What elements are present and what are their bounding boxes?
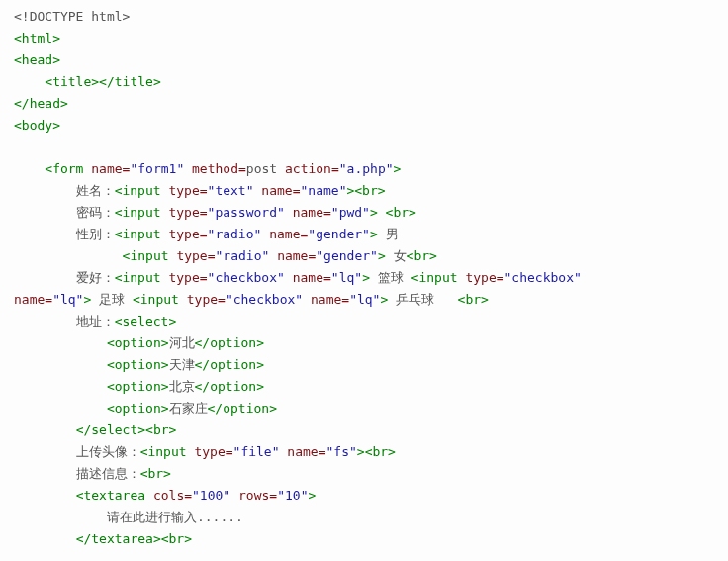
body-open: <body>: [14, 118, 60, 133]
br-tag: <br>: [354, 183, 385, 198]
tag-close: >: [357, 444, 365, 459]
tag-close: >: [362, 270, 370, 285]
attr-val: "file": [233, 444, 280, 459]
attr-val: "gender": [316, 248, 378, 263]
attr-type: type=: [176, 248, 215, 263]
option-open: <option>: [107, 357, 169, 372]
text-male: 男: [378, 227, 399, 241]
option-open: <option>: [107, 401, 169, 416]
br-tag: <br>: [365, 444, 396, 459]
input-tag: <input: [115, 227, 161, 241]
input-tag: <input: [115, 205, 161, 220]
attr-val: "form1": [130, 161, 184, 176]
attr-val: "pwd": [331, 205, 370, 220]
attr-name: name=: [293, 205, 331, 220]
br-tag: <br>: [145, 422, 176, 437]
attr-val: "lq": [331, 270, 362, 285]
attr-method: method=: [192, 161, 246, 176]
option-tianjin: 天津: [169, 357, 195, 372]
label-avatar: 上传头像：: [76, 444, 140, 459]
attr-name: name=: [311, 292, 349, 307]
attr-name: name=: [14, 292, 52, 307]
label-name: 姓名：: [76, 183, 115, 198]
head-close: </head>: [14, 96, 68, 111]
attr-val: "a.php": [339, 161, 394, 176]
attr-name: name=: [277, 248, 316, 263]
textarea-open: <textarea: [76, 488, 145, 503]
tag-close: >: [370, 205, 378, 220]
tag-close: >: [370, 227, 378, 241]
attr-cols: cols=: [153, 488, 192, 503]
attr-type: type=: [194, 444, 232, 459]
attr-type: type=: [168, 227, 207, 241]
option-close: </option>: [208, 401, 277, 416]
attr-val: "gender": [308, 227, 370, 241]
input-tag: <input: [115, 270, 161, 285]
attr-type: type=: [465, 270, 503, 285]
text-female: 女: [386, 248, 407, 263]
label-address: 地址：: [76, 314, 115, 328]
attr-val: "fs": [326, 444, 357, 459]
attr-name: name=: [293, 270, 331, 285]
attr-name: name=: [287, 444, 325, 459]
attr-name: name=: [91, 161, 130, 176]
input-tag: <input: [133, 292, 179, 307]
text-pingpong: 乒乓球: [388, 292, 457, 307]
html-open: <html>: [14, 31, 60, 46]
attr-type: type=: [168, 270, 207, 285]
attr-action: action=: [285, 161, 339, 176]
attr-val: "text": [208, 183, 254, 198]
attr-val-bare: post: [246, 161, 277, 176]
input-tag: <input: [140, 444, 187, 459]
br-tag: <br>: [161, 531, 192, 546]
textarea-placeholder: 请在此进行输入......: [107, 510, 243, 524]
input-tag: <input: [411, 270, 458, 285]
label-password: 密码：: [76, 205, 115, 220]
input-tag: <input: [123, 248, 169, 263]
attr-val: "radio": [208, 227, 262, 241]
form-open-close: >: [394, 161, 402, 176]
tag-close: >: [378, 248, 386, 263]
option-close: </option>: [195, 379, 264, 394]
br-tag: <br>: [407, 248, 437, 263]
doctype-line: <!DOCTYPE html>: [14, 9, 130, 24]
title-open: <title>: [45, 74, 99, 89]
option-shijiazhuang: 石家庄: [169, 401, 208, 416]
title-close: </title>: [99, 74, 161, 89]
attr-name: name=: [261, 183, 300, 198]
attr-val: "password": [208, 205, 285, 220]
attr-name: name=: [269, 227, 308, 241]
label-desc: 描述信息：: [76, 466, 140, 481]
attr-val: "10": [277, 488, 308, 503]
form-open-tag: <form: [45, 161, 83, 176]
attr-rows: rows=: [238, 488, 277, 503]
attr-val: "checkbox": [226, 292, 303, 307]
option-open: <option>: [107, 379, 169, 394]
textarea-close: </textarea>: [76, 531, 161, 546]
text-basketball: 篮球: [370, 270, 411, 285]
label-gender: 性别：: [76, 227, 115, 241]
attr-val: "name": [301, 183, 347, 198]
br-tag: <br>: [140, 466, 171, 481]
option-close: </option>: [195, 357, 264, 372]
attr-type: type=: [168, 183, 207, 198]
br-tag: <br>: [458, 292, 489, 307]
attr-val: "checkbox": [208, 270, 285, 285]
input-tag: <input: [115, 183, 161, 198]
option-open: <option>: [107, 335, 169, 350]
option-beijing: 北京: [169, 379, 195, 394]
option-close: </option>: [195, 335, 264, 350]
attr-type: type=: [187, 292, 226, 307]
attr-val: "lq": [52, 292, 83, 307]
attr-type: type=: [168, 205, 207, 220]
attr-val: "radio": [216, 248, 270, 263]
attr-val: "checkbox": [504, 270, 582, 285]
tag-close: >: [308, 488, 316, 503]
code-block: <!DOCTYPE html> <html> <head> <title></t…: [14, 6, 714, 550]
attr-val: "100": [192, 488, 230, 503]
label-hobby: 爱好：: [76, 270, 115, 285]
br-tag: <br>: [386, 205, 416, 220]
select-close: </select>: [76, 422, 145, 437]
head-open: <head>: [14, 52, 60, 67]
attr-val: "lq": [349, 292, 380, 307]
